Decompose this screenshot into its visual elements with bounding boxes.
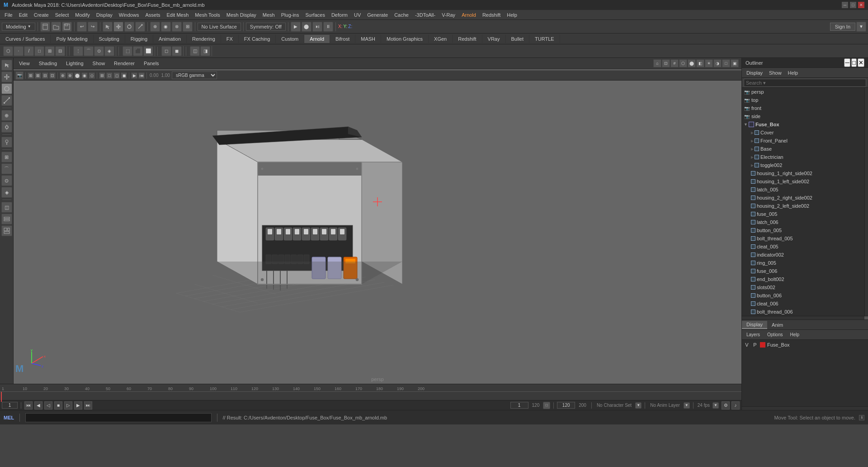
tree-item-fuse005[interactable]: fuse_005 [742, 210, 864, 218]
show-manipulator-button[interactable] [1, 122, 12, 133]
select-tool-button[interactable] [103, 22, 113, 32]
camera-lt-button[interactable]: ◫ [1, 202, 12, 213]
menu-file[interactable]: File [2, 11, 15, 19]
vp-home-button[interactable]: ⌂ [653, 59, 661, 67]
close-button[interactable]: ✕ [858, 2, 864, 8]
tl-expand-button[interactable]: □ [543, 402, 550, 409]
vp-expose-button[interactable]: □ [722, 59, 730, 67]
gamma-select[interactable]: sRGB gamma [172, 71, 217, 79]
redo-button[interactable]: ↪ [88, 22, 98, 32]
tab-rigging[interactable]: Rigging [125, 35, 153, 43]
snap-grid-lt-button[interactable]: ⊞ [1, 152, 12, 162]
menu-surfaces[interactable]: Surfaces [302, 11, 327, 19]
vp-render-region3[interactable]: ⊟ [42, 72, 48, 79]
menu-plugins[interactable]: Plug-ins [278, 11, 302, 19]
play-forward-button[interactable]: ▷ [64, 401, 72, 410]
sculpt-button[interactable]: ⬛ [133, 46, 143, 56]
tree-item-fuse006[interactable]: fuse_006 [742, 267, 864, 275]
snap-point-lt-button[interactable]: ⊙ [1, 175, 12, 186]
tree-item-bolt-thread006[interactable]: bolt_thread_006 [742, 308, 864, 316]
outliner-show-menu[interactable]: Show [766, 69, 784, 76]
status-info-button[interactable]: ℹ [859, 415, 864, 420]
tree-item-end-bolt002[interactable]: end_bolt002 [742, 275, 864, 283]
tab-custom[interactable]: Custom [276, 35, 304, 43]
soft-mod-button[interactable]: ⊕ [150, 22, 160, 32]
tree-item-toggle002[interactable]: ▶ toggle002 [742, 161, 864, 169]
menu-generate[interactable]: Generate [364, 11, 391, 19]
render-all-button[interactable]: ⏯ [312, 22, 322, 32]
move-lt-button[interactable] [1, 71, 12, 82]
mel-label[interactable]: MEL [4, 415, 14, 420]
snap-to-point-button[interactable]: ⊙ [94, 46, 104, 56]
range-start-input[interactable] [510, 402, 528, 409]
layer-v-toggle[interactable]: V [744, 342, 750, 348]
snap-curve-lt-button[interactable]: ⌒ [1, 163, 12, 174]
restore-button[interactable]: □ [850, 2, 856, 8]
vp-deformers[interactable]: ⊗ [67, 72, 73, 79]
tree-item-fuse-box[interactable]: ▼ Fuse_Box [742, 120, 864, 129]
tree-item-cover[interactable]: ▶ Cover [742, 129, 864, 137]
outliner-search-input[interactable] [744, 79, 866, 87]
tab-xgen[interactable]: XGen [429, 35, 453, 43]
vp-something[interactable]: ◇ [89, 72, 95, 79]
tree-item-persp[interactable]: 📷 persp [742, 88, 864, 96]
scale-lt-button[interactable] [1, 95, 12, 106]
render-current-button[interactable]: ▶ [291, 22, 301, 32]
vp-render1[interactable]: ▶ [131, 72, 137, 79]
current-frame-input[interactable] [2, 402, 18, 409]
vp-wireframe-button[interactable]: ⬡ [679, 59, 687, 67]
tree-item-top[interactable]: 📷 top [742, 96, 864, 104]
snap-proj-lt-button[interactable]: ◈ [1, 187, 12, 198]
vp-render-region4[interactable]: ⊡ [49, 72, 56, 79]
lighting-menu[interactable]: Lighting [63, 60, 86, 67]
quick-layout-button[interactable] [1, 225, 12, 236]
menu-uv[interactable]: UV [351, 11, 363, 19]
menu-redshift[interactable]: Redshift [480, 11, 503, 19]
tree-item-electrician[interactable]: ▶ Electrician [742, 153, 864, 161]
object-mode-button[interactable]: ⬡ [3, 46, 13, 56]
paint-skin-button[interactable] [1, 137, 12, 148]
view-menu[interactable]: View [16, 60, 33, 67]
menu-vray[interactable]: V-Ray [439, 11, 458, 19]
tree-item-front[interactable]: 📷 front [742, 104, 864, 112]
sign-in-button[interactable]: Sign In [830, 23, 855, 31]
vp-manip3[interactable]: ◻ [113, 72, 120, 79]
menu-assets[interactable]: Assets [142, 11, 163, 19]
uv-mode-button[interactable]: ⊞ [45, 46, 55, 56]
tree-item-indicator002[interactable]: indicator002 [742, 251, 864, 259]
tab-redshift[interactable]: Redshift [453, 35, 482, 43]
outliner-minimize[interactable]: ─ [844, 58, 850, 67]
vp-paint[interactable]: ⬤ [74, 72, 80, 79]
range-end-input[interactable] [557, 402, 575, 409]
vp-isolate[interactable]: ⊕ [60, 72, 66, 79]
tab-rendering[interactable]: Rendering [187, 35, 221, 43]
vp-manip2[interactable]: □ [106, 72, 113, 79]
outliner-display-menu[interactable]: Display [744, 69, 765, 76]
menu-windows[interactable]: Windows [116, 11, 142, 19]
vp-shadow-button[interactable]: ◑ [713, 59, 722, 67]
vp-render-region2[interactable]: ⊠ [35, 72, 41, 79]
tree-item-cleat006[interactable]: cleat_006 [742, 300, 864, 308]
vertex-mode-button[interactable]: · [14, 46, 24, 56]
tab-fx[interactable]: FX [221, 35, 239, 43]
shading-menu[interactable]: Shading [36, 60, 60, 67]
tree-item-housing2-left[interactable]: housing_2_left_side002 [742, 202, 864, 210]
layers-menu[interactable]: Layers [744, 331, 763, 338]
renderer-menu[interactable]: Renderer [111, 60, 137, 67]
lattice-button[interactable]: ⬚ [123, 46, 132, 56]
menu-help[interactable]: Help [504, 11, 520, 19]
display-layer-lt-button[interactable] [1, 214, 12, 224]
vp-render-region[interactable]: ⊞ [28, 72, 34, 79]
canvas-area[interactable]: persp x y z M [14, 81, 741, 384]
tab-turtle[interactable]: TURTLE [529, 35, 560, 43]
layer-color-swatch[interactable] [760, 342, 765, 348]
menu-create[interactable]: Create [31, 11, 52, 19]
panels-menu[interactable]: Panels [141, 60, 162, 67]
tree-item-front-panel[interactable]: ▶ Front_Panel [742, 137, 864, 145]
tree-item-latch005[interactable]: latch_005 [742, 186, 864, 194]
tree-item-button005[interactable]: button_005 [742, 226, 864, 234]
vp-fit-button[interactable]: ⊡ [662, 59, 670, 67]
workspace-dropdown[interactable]: Modeling [2, 23, 35, 31]
soft-select-button[interactable]: ◉ [161, 22, 171, 32]
menu-display[interactable]: Display [94, 11, 115, 19]
